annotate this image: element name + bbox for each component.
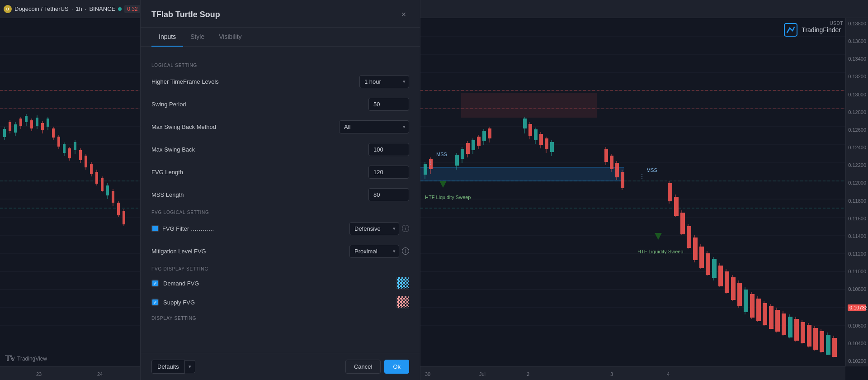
defaults-button[interactable]: Defaults: [151, 360, 185, 374]
supply-pattern-icon[interactable]: [396, 296, 409, 309]
price-axis: 0.13800 0.13600 0.13400 0.13200 0.13000 …: [845, 18, 868, 366]
fvg-filter-row: FVG Filter ………… Defensive Aggressive Neu…: [151, 220, 409, 237]
svg-rect-67: [112, 191, 114, 203]
tv-name: TradingView: [17, 356, 47, 362]
demand-pattern-icon[interactable]: [396, 277, 409, 290]
tab-style[interactable]: Style: [183, 28, 212, 47]
svg-rect-155: [674, 197, 679, 216]
fvg-filter-checkbox[interactable]: [151, 225, 159, 232]
svg-rect-171: [725, 271, 729, 293]
cancel-button[interactable]: Cancel: [345, 360, 381, 374]
svg-rect-65: [106, 185, 109, 195]
modal-tabs: Inputs Style Visibility: [141, 28, 420, 47]
fvg-filter-wrapper: Defensive Aggressive Neutral: [349, 222, 399, 235]
close-button[interactable]: ×: [398, 9, 409, 20]
svg-rect-37: [30, 120, 33, 128]
live-dot: [118, 7, 122, 11]
svg-text:23: 23: [36, 371, 42, 377]
higher-timeframe-select[interactable]: 1 hour 4 hours 1 day 1 week: [359, 75, 409, 88]
price-10400: 0.10400: [848, 341, 866, 346]
max-swing-back-input[interactable]: [368, 143, 409, 156]
time-axis: 23 24 28 29 30 Jul 2 3 4: [0, 366, 845, 380]
mitigation-level-label: Mitigation Level FVG: [151, 248, 349, 255]
svg-rect-0: [0, 0, 868, 380]
mitigation-level-wrapper: Proximal Distal 50%: [349, 245, 399, 258]
higher-timeframe-label: Higher TimeFrame Levels: [151, 78, 359, 85]
tf-name: TradingFinder: [802, 26, 841, 33]
price-13000: 0.13000: [848, 92, 866, 97]
max-swing-back-method-select[interactable]: All Period Swing Swing Back Method: [339, 120, 409, 133]
max-swing-back-control: [368, 143, 409, 156]
demand-fvg-checkbox[interactable]: [151, 280, 159, 287]
fvg-filter-control: Defensive Aggressive Neutral i: [349, 222, 409, 235]
svg-rect-137: [539, 134, 543, 145]
svg-rect-131: [523, 119, 527, 128]
fvg-length-label: FVG Length: [151, 169, 368, 176]
svg-rect-181: [756, 299, 761, 321]
svg-rect-123: [472, 140, 475, 150]
svg-rect-165: [706, 253, 710, 275]
price-13400: 0.13400: [848, 56, 866, 62]
price-12000: 0.12000: [848, 180, 866, 185]
mitigation-level-select[interactable]: Proximal Distal 50%: [349, 245, 399, 258]
tradingfinder-logo: TradingFinder: [783, 23, 841, 37]
price-10200: 0.10200: [848, 358, 866, 364]
ok-button[interactable]: Ok: [384, 360, 409, 374]
svg-rect-185: [769, 306, 774, 329]
tab-inputs[interactable]: Inputs: [151, 28, 183, 47]
swing-period-input[interactable]: [368, 98, 409, 111]
svg-rect-195: [801, 322, 805, 343]
swing-period-row: Swing Period: [151, 96, 409, 112]
svg-rect-51: [68, 148, 71, 158]
mss-length-label: MSS Length: [151, 191, 368, 198]
interval-text: ·: [71, 5, 73, 12]
defaults-arrow-button[interactable]: ▾: [185, 360, 195, 373]
svg-rect-33: [19, 119, 22, 126]
svg-rect-31: [14, 124, 17, 133]
display-setting-label: DISPLAY SETTING: [151, 316, 409, 321]
svg-rect-183: [763, 303, 767, 325]
svg-rect-109: [424, 164, 427, 175]
symbol-text: Dogecoin / TetherUS: [14, 5, 69, 12]
demand-fvg-label: Demand FVG: [163, 280, 392, 287]
svg-rect-25: [461, 93, 597, 118]
doge-icon: D: [4, 5, 12, 13]
tab-visibility[interactable]: Visibility: [212, 28, 249, 47]
svg-rect-161: [693, 238, 698, 260]
svg-text:HTF Liquidity Sweep: HTF Liquidity Sweep: [637, 249, 684, 254]
fvg-filter-select[interactable]: Defensive Aggressive Neutral: [349, 222, 399, 235]
mss-length-row: MSS Length: [151, 186, 409, 203]
mss-length-input[interactable]: [368, 188, 409, 201]
svg-rect-149: [621, 172, 624, 188]
fvg-filter-info-icon[interactable]: i: [402, 225, 409, 232]
max-swing-back-method-label: Max Swing Back Method: [151, 124, 339, 130]
svg-rect-45: [52, 128, 55, 138]
defaults-control: Defaults ▾: [151, 360, 195, 374]
svg-rect-43: [47, 119, 49, 127]
fvg-filter-label: FVG Filter …………: [162, 225, 349, 232]
svg-text:MSS: MSS: [646, 167, 657, 173]
mitigation-level-info-icon[interactable]: i: [402, 247, 409, 255]
max-swing-back-method-control: All Period Swing Swing Back Method: [339, 120, 409, 133]
fvg-length-row: FVG Length: [151, 164, 409, 180]
top-bar: D Dogecoin / TetherUS · 1h · BINANCE 0.3…: [0, 0, 868, 18]
svg-text:4: 4: [667, 371, 670, 377]
svg-rect-205: [832, 338, 837, 357]
svg-rect-141: [550, 142, 554, 152]
modal-footer: Defaults ▾ Cancel Ok: [141, 353, 420, 380]
max-swing-back-label: Max Swing Back: [151, 146, 368, 153]
svg-rect-55: [79, 150, 82, 160]
fvg-length-input[interactable]: [368, 166, 409, 179]
chart-area: MSS HTF Liquidity Sweep: [0, 0, 868, 380]
fvg-display-label: FVG DISPLAY SETTING: [151, 266, 409, 271]
supply-fvg-checkbox[interactable]: [151, 299, 159, 306]
svg-rect-197: [807, 325, 811, 347]
mitigation-level-control: Proximal Distal 50% i: [349, 245, 409, 258]
price-current: 0.10732: [848, 304, 866, 311]
price-13600: 0.13600: [848, 38, 866, 44]
svg-text:Jul: Jul: [479, 371, 486, 377]
logical-setting-section: LOGICAL SETTING: [151, 63, 409, 68]
symbol-info: D Dogecoin / TetherUS · 1h · BINANCE 0.3…: [4, 5, 141, 13]
logical-setting-label: LOGICAL SETTING: [151, 63, 409, 68]
price-badge: 0.32: [124, 5, 140, 13]
